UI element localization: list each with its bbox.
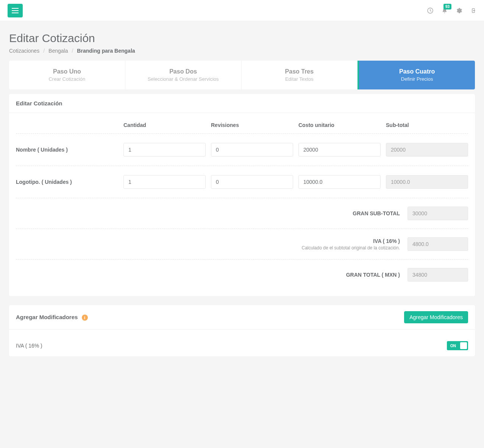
- col-header-subtotal: Sub-total: [386, 122, 468, 128]
- gran-total-row: GRAN TOTAL ( MXN ): [16, 260, 468, 290]
- breadcrumb-item[interactable]: Cotizaciones: [9, 48, 39, 54]
- breadcrumb: Cotizaciones / Bengala / Branding para B…: [9, 48, 475, 54]
- costo-input[interactable]: [298, 175, 381, 189]
- revisiones-input[interactable]: [211, 175, 293, 189]
- toggle-knob: [460, 342, 467, 349]
- content: Paso Uno Crear Cotización Paso Dos Selec…: [0, 61, 484, 374]
- info-icon[interactable]: i: [82, 315, 88, 321]
- step-four[interactable]: Paso Cuatro Definir Precios: [358, 61, 475, 89]
- step-subtitle: Crear Cotización: [13, 76, 121, 82]
- panel-body: Cantidad Revisiones Costo unitario Sub-t…: [9, 113, 475, 296]
- subtotal-input: [386, 175, 468, 189]
- breadcrumb-sep: /: [72, 48, 73, 54]
- bell-icon[interactable]: 93: [442, 8, 448, 14]
- step-three[interactable]: Paso Tres Editar Textos: [242, 61, 358, 89]
- cantidad-input[interactable]: [123, 143, 206, 157]
- gran-subtotal-label: GRAN SUB-TOTAL: [16, 210, 400, 216]
- revisiones-input[interactable]: [211, 143, 293, 157]
- breadcrumb-sep: /: [43, 48, 45, 54]
- cantidad-input[interactable]: [123, 175, 206, 189]
- subtotal-input: [386, 143, 468, 157]
- table-row: Logotipo. ( Unidades ): [16, 166, 468, 198]
- gran-subtotal-value: [407, 207, 468, 220]
- toggle-label: ON: [447, 344, 456, 348]
- topbar: 93: [0, 0, 484, 21]
- panel-header: Agregar Modificadores i Agregar Modifica…: [9, 305, 475, 330]
- page-title: Editar Cotización: [9, 32, 475, 45]
- row-label: Nombre ( Unidades ): [16, 147, 118, 153]
- step-two[interactable]: Paso Dos Seleccionar & Ordenar Servicios: [125, 61, 242, 89]
- step-title: Paso Tres: [245, 68, 354, 75]
- breadcrumb-item[interactable]: Bengala: [48, 48, 68, 54]
- gran-total-value: [407, 268, 468, 282]
- hamburger-icon: [12, 8, 19, 13]
- iva-label: IVA ( 16% ) Calculado de el subtotal ori…: [16, 238, 400, 251]
- table-header-row: Cantidad Revisiones Costo unitario Sub-t…: [16, 119, 468, 134]
- edit-quote-panel: Editar Cotización Cantidad Revisiones Co…: [9, 94, 475, 296]
- topbar-right: 93: [427, 8, 476, 14]
- wizard-steps: Paso Uno Crear Cotización Paso Dos Selec…: [9, 61, 475, 89]
- row-label: Logotipo. ( Unidades ): [16, 179, 118, 185]
- breadcrumb-active: Branding para Bengala: [77, 48, 135, 54]
- gran-total-label: GRAN TOTAL ( MXN ): [16, 272, 400, 278]
- step-subtitle: Definir Precios: [363, 76, 471, 82]
- gear-icon[interactable]: [456, 8, 462, 14]
- iva-toggle[interactable]: ON: [447, 341, 468, 350]
- page-header: Editar Cotización Cotizaciones / Bengala…: [0, 21, 484, 61]
- step-title: Paso Uno: [13, 68, 121, 75]
- step-subtitle: Editar Textos: [245, 76, 354, 82]
- iva-sublabel: Calculado de el subtotal original de la …: [16, 245, 400, 251]
- col-header-revisiones: Revisiones: [211, 122, 293, 128]
- panel-body: IVA ( 16% ) ON: [9, 330, 475, 356]
- modifier-row: IVA ( 16% ) ON: [16, 336, 468, 350]
- logout-icon[interactable]: [470, 8, 476, 14]
- step-title: Paso Dos: [129, 68, 237, 75]
- table-row: Nombre ( Unidades ): [16, 134, 468, 166]
- modifiers-panel: Agregar Modificadores i Agregar Modifica…: [9, 305, 475, 356]
- step-title: Paso Cuatro: [363, 68, 471, 75]
- modifier-label: IVA ( 16% ): [16, 343, 42, 349]
- add-modifiers-button[interactable]: Agregar Modificadores: [404, 311, 468, 323]
- modifiers-title: Agregar Modificadores: [16, 314, 78, 320]
- panel-header: Editar Cotización: [9, 94, 475, 113]
- iva-row: IVA ( 16% ) Calculado de el subtotal ori…: [16, 229, 468, 260]
- gran-subtotal-row: GRAN SUB-TOTAL: [16, 198, 468, 229]
- col-header-costo: Costo unitario: [298, 122, 381, 128]
- step-subtitle: Seleccionar & Ordenar Servicios: [129, 76, 237, 82]
- menu-toggle-button[interactable]: [8, 4, 23, 17]
- clock-icon[interactable]: [427, 8, 433, 14]
- costo-input[interactable]: [298, 143, 381, 157]
- step-one[interactable]: Paso Uno Crear Cotización: [9, 61, 125, 89]
- notification-badge: 93: [443, 4, 451, 9]
- col-header-cantidad: Cantidad: [123, 122, 206, 128]
- iva-value: [407, 237, 468, 251]
